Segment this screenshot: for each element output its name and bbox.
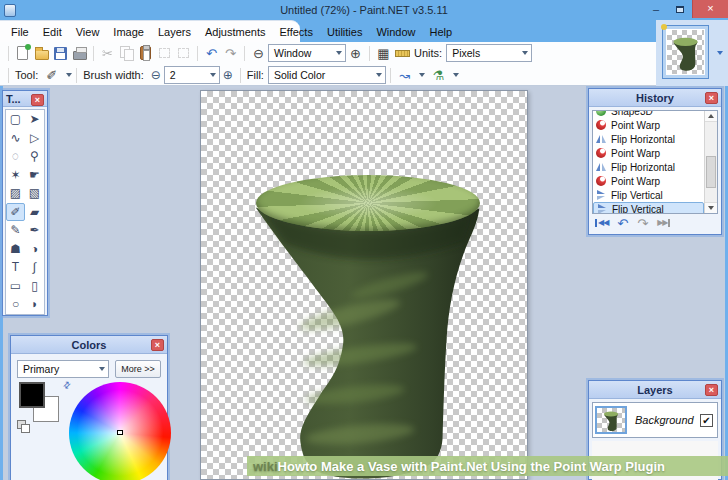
scroll-down-icon[interactable]: [705, 202, 717, 213]
zoom-in-icon[interactable]: ⊕: [346, 44, 365, 63]
menu-item-utilities[interactable]: Utilities: [320, 23, 369, 41]
text-tool[interactable]: T: [6, 258, 25, 277]
clone-stamp-tool[interactable]: ☗: [6, 240, 25, 259]
ruler-icon[interactable]: [393, 44, 412, 63]
magic-wand-tool[interactable]: ✶: [6, 166, 25, 185]
menu-item-layers[interactable]: Layers: [151, 23, 198, 41]
units-combo[interactable]: Pixels: [446, 44, 532, 62]
line-curve-tool[interactable]: ∫: [25, 258, 44, 277]
crop-to-selection-icon[interactable]: [155, 44, 174, 63]
menu-item-effects[interactable]: Effects: [273, 23, 320, 41]
minimize-button[interactable]: –: [644, 3, 668, 15]
menu-item-adjustments[interactable]: Adjustments: [198, 23, 273, 41]
scroll-up-icon[interactable]: [705, 111, 717, 122]
history-item[interactable]: Flip Vertical: [593, 188, 704, 202]
close-icon[interactable]: ×: [151, 339, 164, 351]
chevron-down-icon[interactable]: [453, 73, 459, 77]
rewind-icon[interactable]: ◀◀: [595, 219, 608, 227]
history-item[interactable]: Flip Horizontal: [593, 132, 704, 146]
brush-width-increase-icon[interactable]: ⊕: [220, 67, 236, 83]
redo-icon[interactable]: ↷: [221, 44, 240, 63]
rectangle-tool[interactable]: ▭: [6, 277, 25, 296]
deselect-icon[interactable]: [174, 44, 193, 63]
current-tool-icon[interactable]: ✐: [42, 66, 61, 85]
colors-palette-titlebar[interactable]: Colors ×: [11, 336, 167, 354]
image-list-chevron-icon[interactable]: [713, 46, 726, 60]
gradient-tool[interactable]: ▧: [25, 184, 44, 203]
undo-icon[interactable]: ↶: [202, 44, 221, 63]
recolor-tool[interactable]: ◑: [25, 240, 44, 259]
menu-item-help[interactable]: Help: [423, 23, 460, 41]
menu-item-window[interactable]: Window: [369, 23, 422, 41]
scrollbar-thumb[interactable]: [706, 156, 716, 188]
tools-palette-titlebar[interactable]: T... ×: [3, 91, 47, 107]
units-value: Pixels: [452, 47, 480, 59]
save-icon[interactable]: [51, 44, 70, 63]
chevron-down-icon[interactable]: [419, 73, 425, 77]
close-icon[interactable]: ×: [31, 94, 44, 106]
layer-row[interactable]: Background ✔: [592, 402, 718, 438]
history-item[interactable]: Point Warp: [593, 118, 704, 132]
paint-bucket-tool[interactable]: ▨: [6, 184, 25, 203]
antialias-flask-icon[interactable]: ⚗: [429, 66, 448, 85]
close-icon[interactable]: ×: [705, 92, 718, 104]
history-item[interactable]: Point Warp: [593, 146, 704, 160]
canvas[interactable]: [200, 90, 528, 480]
rectangle-select-tool[interactable]: ▢: [6, 110, 25, 129]
grid-icon[interactable]: ▦: [374, 44, 393, 63]
more-button[interactable]: More >>: [115, 360, 161, 378]
move-selected-pixels-tool[interactable]: ➤: [25, 110, 44, 129]
menu-item-edit[interactable]: Edit: [36, 23, 69, 41]
menu-item-view[interactable]: View: [69, 23, 107, 41]
eraser-tool[interactable]: ▰: [25, 203, 44, 222]
fast-forward-icon[interactable]: ▶▶: [657, 219, 670, 227]
history-item-label: Point Warp: [611, 148, 660, 159]
move-selection-tool[interactable]: ▷: [25, 129, 44, 148]
zoom-out-icon[interactable]: ⊖: [249, 44, 268, 63]
primary-color-swatch[interactable]: [19, 382, 45, 408]
menu-item-image[interactable]: Image: [106, 23, 151, 41]
ellipse-tool[interactable]: ○: [6, 295, 25, 314]
chevron-down-icon[interactable]: [66, 73, 72, 77]
history-item[interactable]: Shape3D: [593, 110, 704, 118]
maximize-button[interactable]: [668, 3, 692, 15]
rounded-rectangle-tool[interactable]: ▯: [25, 277, 44, 296]
line-curve-style-icon[interactable]: ↝: [395, 66, 414, 85]
history-scrollbar[interactable]: [704, 111, 717, 213]
fill-combo[interactable]: Solid Color: [268, 66, 386, 84]
copy-icon[interactable]: [117, 44, 136, 63]
undo-arrow-icon[interactable]: ↶: [617, 217, 628, 230]
close-icon[interactable]: ×: [705, 384, 718, 396]
lasso-select-tool[interactable]: ∿: [6, 129, 25, 148]
paste-icon[interactable]: [136, 44, 155, 63]
redo-arrow-icon[interactable]: ↷: [637, 217, 648, 230]
freeform-shape-tool[interactable]: ◗: [25, 295, 44, 314]
color-picker-tool[interactable]: ✒: [25, 221, 44, 240]
reset-colors-icon[interactable]: [17, 420, 26, 429]
image-thumbnail[interactable]: [662, 25, 709, 79]
zoom-mode-combo[interactable]: Window: [268, 44, 346, 62]
title-bar[interactable]: Untitled (72%) - Paint.NET v3.5.11 – ×: [0, 0, 728, 20]
color-wheel[interactable]: [69, 382, 171, 480]
paintbrush-tool[interactable]: ✐: [6, 203, 25, 222]
ellipse-select-tool[interactable]: ◌: [6, 147, 25, 166]
history-item[interactable]: Point Warp: [593, 174, 704, 188]
brush-width-combo[interactable]: 2: [164, 66, 220, 84]
cut-icon[interactable]: ✂: [98, 44, 117, 63]
swap-colors-icon[interactable]: ⇄: [61, 379, 73, 391]
color-mode-combo[interactable]: Primary: [17, 360, 109, 378]
menu-item-file[interactable]: File: [4, 23, 36, 41]
new-icon[interactable]: [13, 44, 32, 63]
open-icon[interactable]: [32, 44, 51, 63]
layer-visibility-checkbox[interactable]: ✔: [700, 414, 713, 427]
pencil-tool[interactable]: ✎: [6, 221, 25, 240]
history-item[interactable]: Flip Vertical: [593, 202, 704, 214]
history-palette-titlebar[interactable]: History ×: [589, 89, 721, 107]
brush-width-decrease-icon[interactable]: ⊖: [148, 67, 164, 83]
close-button[interactable]: ×: [692, 0, 728, 18]
print-icon[interactable]: [70, 44, 89, 63]
layers-palette-titlebar[interactable]: Layers ×: [589, 381, 721, 399]
pan-tool[interactable]: ☛: [25, 166, 44, 185]
zoom-tool[interactable]: ⚲: [25, 147, 44, 166]
history-item[interactable]: Flip Horizontal: [593, 160, 704, 174]
